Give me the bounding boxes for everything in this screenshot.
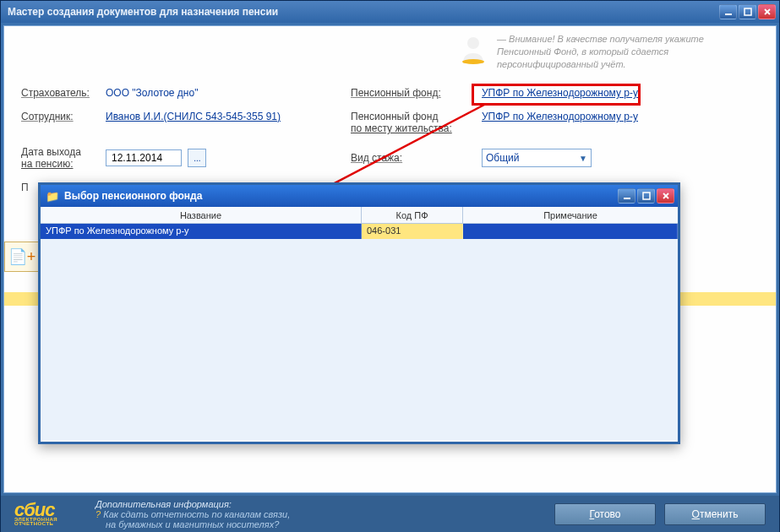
footer-bar: сбис ЭЛЕКТРОННАЯ ОТЧЕТНОСТЬ Дополнительн…: [1, 496, 779, 532]
employee-value[interactable]: Иванов И.И.(СНИЛС 543-545-355 91): [106, 111, 351, 134]
pension-fund-label: Пенсионный фонд:: [351, 87, 482, 99]
residence-fund-label: Пенсионный фонд по месту жительства:: [351, 111, 482, 134]
footer-info-title: Дополнительная информация:: [95, 499, 546, 509]
svg-rect-0: [725, 14, 732, 15]
folder-icon: 📁: [46, 190, 59, 203]
attention-l2: Пенсионный Фонд, в который сдается: [497, 46, 704, 58]
question-icon: ?: [95, 509, 103, 519]
minimize-button[interactable]: [719, 4, 737, 19]
attention-text: — Внимание! В качестве получателя укажит…: [497, 33, 704, 71]
dialog-minimize-button[interactable]: [618, 188, 635, 204]
col-name-header[interactable]: Название: [41, 207, 362, 223]
main-titlebar: Мастер создания документов для назначени…: [1, 1, 779, 23]
grid-body[interactable]: УПФР по Железнодорожному р-у 046-031: [41, 224, 678, 440]
grid-cell-code: 046-031: [362, 224, 463, 239]
pension-fund-picker-dialog: 📁 Выбор пенсионного фонда Название Код: [38, 182, 680, 444]
footer-info-l2[interactable]: на бумажных и магнитных носителях?: [95, 519, 546, 529]
svg-rect-1: [745, 8, 751, 15]
insurer-label: Страхователь:: [21, 87, 106, 99]
svg-point-5: [462, 59, 484, 64]
window-controls: [719, 4, 776, 19]
svg-rect-8: [643, 193, 650, 199]
dialog-titlebar: 📁 Выбор пенсионного фонда: [41, 185, 678, 207]
maximize-button[interactable]: [739, 4, 756, 19]
seniority-combo[interactable]: Общий ▼: [482, 149, 592, 167]
wizard-main-window: Мастер создания документов для назначени…: [0, 0, 780, 532]
grid-cell-name: УПФР по Железнодорожному р-у: [41, 224, 362, 239]
content-panel: — Внимание! В качестве получателя укажит…: [3, 25, 777, 493]
col-code-header[interactable]: Код ПФ: [362, 207, 463, 223]
employee-label: Сотрудник:: [21, 111, 106, 134]
seniority-combo-text: Общий: [486, 152, 520, 164]
grid-row[interactable]: УПФР по Железнодорожному р-у 046-031: [41, 224, 678, 239]
cancel-button[interactable]: Отменить: [664, 503, 766, 525]
close-button[interactable]: [758, 4, 776, 19]
col-note-header[interactable]: Примечание: [463, 207, 678, 223]
person-icon: [456, 33, 490, 67]
pension-fund-value[interactable]: УПФР по Железнодорожному р-у: [482, 87, 759, 99]
svg-rect-7: [624, 198, 630, 199]
footer-info: Дополнительная информация: ? Как сдать о…: [90, 499, 546, 529]
seniority-combo-wrap: Общий ▼: [482, 149, 759, 167]
residence-fund-value[interactable]: УПФР по Железнодорожному р-у: [482, 111, 759, 134]
dialog-window-controls: [618, 188, 674, 204]
grid-header: Название Код ПФ Примечание: [41, 207, 678, 224]
dialog-title: Выбор пенсионного фонда: [64, 190, 618, 202]
grid-cell-note: [463, 224, 678, 239]
dialog-maximize-button[interactable]: [637, 188, 655, 204]
chevron-down-icon: ▼: [579, 154, 587, 163]
add-document-button[interactable]: 📄+: [4, 242, 40, 272]
retire-date-input[interactable]: [106, 149, 182, 166]
retire-date-label: Дата выхода на пенсию:: [21, 146, 106, 170]
svg-point-4: [467, 37, 479, 49]
finish-button[interactable]: Готово: [554, 503, 656, 525]
date-picker-button[interactable]: ...: [188, 149, 206, 167]
dialog-close-button[interactable]: [657, 188, 674, 204]
plus-icon: 📄+: [8, 247, 36, 266]
insurer-value: ООО "Золотое дно": [106, 87, 351, 99]
sbis-logo: сбис ЭЛЕКТРОННАЯ ОТЧЕТНОСТЬ: [14, 502, 90, 527]
footer-info-l1[interactable]: Как сдать отчетность по каналам связи,: [103, 509, 290, 519]
attention-l1: — Внимание! В качестве получателя укажит…: [497, 33, 704, 46]
attention-banner: — Внимание! В качестве получателя укажит…: [456, 33, 761, 71]
attention-l3: персонифицированный учёт.: [497, 58, 704, 71]
seniority-label: Вид стажа:: [351, 152, 482, 164]
main-title: Мастер создания документов для назначени…: [8, 6, 719, 18]
retire-date-field: ...: [106, 149, 351, 167]
